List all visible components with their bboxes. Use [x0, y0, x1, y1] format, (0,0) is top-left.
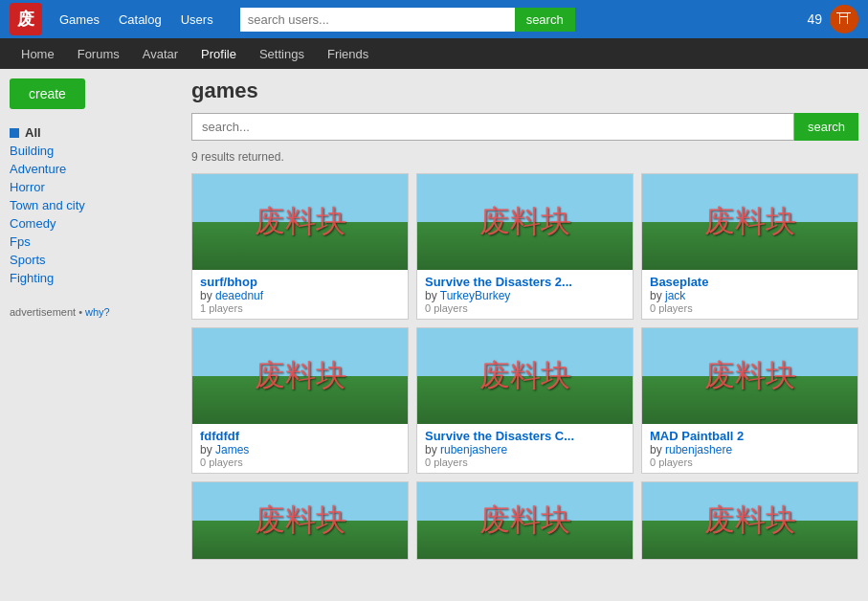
- game-author-link[interactable]: rubenjashere: [440, 443, 507, 456]
- nav-friends[interactable]: Friends: [316, 41, 380, 67]
- user-avatar-icon[interactable]: ⛩: [830, 5, 858, 33]
- thumbnail-icon: 废料块: [704, 500, 796, 542]
- game-author: by rubenjashere: [650, 443, 850, 456]
- user-area: 49 ⛩: [807, 5, 858, 33]
- game-thumbnail: 废料块: [192, 174, 408, 270]
- top-search-button[interactable]: search: [515, 8, 575, 32]
- cat-all[interactable]: All: [10, 125, 182, 140]
- game-thumbnail: 废料块: [642, 328, 857, 424]
- game-title[interactable]: MAD Paintball 2: [650, 429, 850, 443]
- cat-building[interactable]: Building: [10, 144, 182, 158]
- thumbnail-icon: 废料块: [479, 500, 571, 542]
- categories-list: All Building Adventure Horror To: [10, 123, 182, 287]
- cat-comedy[interactable]: Comedy: [10, 216, 182, 231]
- game-info: MAD Paintball 2 by rubenjashere 0 player…: [642, 424, 857, 473]
- nav-settings[interactable]: Settings: [248, 41, 316, 67]
- game-author: by TurkeyBurkey: [425, 289, 625, 302]
- nav-games[interactable]: Games: [52, 9, 107, 31]
- game-players: 0 players: [425, 302, 625, 314]
- game-card: 废料块 fdfdfdf by James 0 players: [191, 327, 409, 474]
- nav-catalog[interactable]: Catalog: [111, 9, 169, 31]
- game-thumbnail: 废料块: [192, 328, 408, 424]
- game-author-link[interactable]: rubenjashere: [665, 443, 732, 456]
- game-info: surf/bhop by deaednuf 1 players: [192, 270, 408, 319]
- cat-adventure[interactable]: Adventure: [10, 162, 182, 176]
- game-card: 废料块 MAD Paintball 2 by rubenjashere 0 pl…: [641, 327, 858, 474]
- game-card: 废料块 Baseplate by jack 0 players: [641, 173, 858, 320]
- cat-fps[interactable]: Fps: [10, 234, 182, 249]
- thumbnail-icon: 废料块: [704, 355, 796, 397]
- game-info: fdfdfdf by James 0 players: [192, 424, 408, 473]
- cat-horror-label: Horror: [10, 180, 45, 194]
- cat-building-label: Building: [10, 144, 54, 158]
- nav-avatar[interactable]: Avatar: [131, 41, 189, 67]
- cat-comedy-label: Comedy: [10, 216, 56, 231]
- game-thumbnail: 废料块: [417, 328, 633, 424]
- games-search-bar: search: [191, 113, 858, 141]
- user-count: 49: [807, 11, 822, 27]
- top-nav-links: Games Catalog Users: [52, 9, 221, 31]
- list-item: All: [10, 123, 182, 142]
- game-author-link[interactable]: deaednuf: [215, 289, 263, 302]
- top-search-form: search: [240, 8, 575, 32]
- nav-profile[interactable]: Profile: [189, 41, 248, 67]
- cat-adventure-label: Adventure: [10, 162, 66, 176]
- top-search-input[interactable]: [240, 8, 515, 32]
- game-author: by deaednuf: [200, 289, 400, 302]
- cat-sports-label: Sports: [10, 253, 46, 267]
- game-info: Survive the Disasters C... by rubenjashe…: [417, 424, 633, 473]
- games-grid: 废料块 surf/bhop by deaednuf 1 players 废料块 …: [191, 173, 858, 560]
- thumbnail-icon: 废料块: [255, 500, 346, 542]
- list-item: Sports: [10, 251, 182, 269]
- game-card: 废料块 Survive the Disasters 2... by Turkey…: [416, 173, 634, 320]
- game-author-link[interactable]: James: [215, 443, 249, 456]
- main-content: games search 9 results returned. 废料块 sur…: [191, 78, 858, 591]
- game-players: 0 players: [425, 456, 625, 468]
- game-title[interactable]: Baseplate: [650, 275, 850, 289]
- game-thumbnail: 废料块: [642, 482, 857, 559]
- thumbnail-icon: 废料块: [479, 201, 571, 243]
- game-title[interactable]: Survive the Disasters 2...: [425, 275, 625, 289]
- games-search-input[interactable]: [191, 113, 794, 141]
- thumbnail-icon: 废料块: [704, 201, 796, 243]
- ad-why-link[interactable]: why?: [85, 306, 110, 318]
- game-info: Survive the Disasters 2... by TurkeyBurk…: [417, 270, 633, 319]
- list-item: Building: [10, 142, 182, 160]
- thumbnail-icon: 废料块: [479, 355, 571, 397]
- ad-text: advertisement: [10, 306, 76, 318]
- game-author-link[interactable]: TurkeyBurkey: [440, 289, 511, 302]
- cat-sports[interactable]: Sports: [10, 253, 182, 267]
- game-title[interactable]: fdfdfdf: [200, 429, 400, 443]
- game-thumbnail: 废料块: [642, 174, 857, 270]
- nav-users[interactable]: Users: [173, 9, 221, 31]
- game-author-link[interactable]: jack: [665, 289, 685, 302]
- game-card: 废料块 surf/bhop by deaednuf 1 players: [191, 173, 409, 320]
- cat-town-and-city[interactable]: Town and city: [10, 198, 182, 212]
- logo-icon: 废: [10, 3, 42, 35]
- game-author: by James: [200, 443, 400, 456]
- games-search-button[interactable]: search: [794, 113, 858, 141]
- cat-all-label: All: [25, 125, 41, 140]
- game-card: 废料块 Survive the Disasters C... by rubenj…: [416, 327, 634, 474]
- game-title[interactable]: Survive the Disasters C...: [425, 429, 625, 443]
- game-card: 废料块: [191, 481, 409, 560]
- cat-horror[interactable]: Horror: [10, 180, 182, 194]
- ad-area: advertisement • why?: [10, 306, 182, 318]
- cat-fighting[interactable]: Fighting: [10, 271, 182, 285]
- secondary-nav: Home Forums Avatar Profile Settings Frie…: [0, 38, 868, 69]
- game-title[interactable]: surf/bhop: [200, 275, 400, 289]
- nav-forums[interactable]: Forums: [66, 41, 131, 67]
- create-button[interactable]: create: [10, 78, 85, 109]
- game-thumbnail: 废料块: [417, 174, 633, 270]
- page-content: create All Building Adventure Ho: [0, 69, 868, 601]
- thumbnail-icon: 废料块: [255, 201, 346, 243]
- nav-home[interactable]: Home: [10, 41, 66, 67]
- top-bar: 废 Games Catalog Users search 49 ⛩: [0, 0, 868, 38]
- list-item: Comedy: [10, 214, 182, 233]
- thumbnail-icon: 废料块: [255, 355, 346, 397]
- game-card: 废料块: [641, 481, 858, 560]
- results-info: 9 results returned.: [191, 150, 858, 164]
- cat-town-and-city-label: Town and city: [10, 198, 85, 212]
- game-info: Baseplate by jack 0 players: [642, 270, 857, 319]
- game-card: 废料块: [416, 481, 634, 560]
